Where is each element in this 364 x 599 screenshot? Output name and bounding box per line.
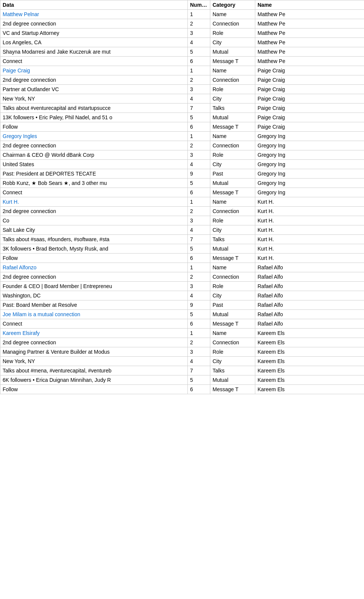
cell-name: Gregory Ing — [255, 150, 364, 160]
cell-number: 3 — [188, 29, 210, 38]
cell-data[interactable]: Kurt H. — [0, 197, 188, 207]
table-row: 3K followers • Brad Bertoch, Mysty Rusk,… — [0, 244, 364, 254]
cell-number: 6 — [188, 188, 210, 197]
cell-name: Matthew Pe — [255, 10, 364, 19]
cell-name: Kareem Els — [255, 366, 364, 375]
cell-data: 2nd degree connection — [0, 75, 188, 85]
cell-number: 3 — [188, 85, 210, 94]
cell-number: 6 — [188, 319, 210, 329]
cell-name: Matthew Pe — [255, 19, 364, 29]
cell-category: Message T — [210, 122, 255, 132]
table-row: 2nd degree connection2ConnectionKurt H. — [0, 207, 364, 216]
cell-category: Connection — [210, 207, 255, 216]
cell-data: Talks about #venturecapital and #startup… — [0, 104, 188, 113]
table-row: Los Angeles, CA4CityMatthew Pe — [0, 38, 364, 47]
cell-name: Paige Craig — [255, 66, 364, 75]
data-link[interactable]: Matthew Pelnar — [3, 11, 39, 17]
cell-data: Past: President at DEPORTES TECATE — [0, 169, 188, 179]
cell-name: Matthew Pe — [255, 57, 364, 66]
cell-number: 6 — [188, 57, 210, 66]
table-row: Co3RoleKurt H. — [0, 216, 364, 225]
table-row: Past: Board Member at Resolve9PastRafael… — [0, 300, 364, 310]
cell-data: 2nd degree connection — [0, 19, 188, 29]
cell-category: Role — [210, 85, 255, 94]
cell-data: Connect — [0, 57, 188, 66]
cell-category: Past — [210, 300, 255, 310]
cell-number: 1 — [188, 10, 210, 19]
cell-data: 2nd degree connection — [0, 338, 188, 347]
table-row: Talks about #mena, #venturecapital, #ven… — [0, 366, 364, 375]
table-row: United States4CityGregory Ing — [0, 160, 364, 169]
cell-data: United States — [0, 160, 188, 169]
cell-name: Kareem Els — [255, 357, 364, 366]
cell-category: Mutual — [210, 244, 255, 254]
cell-name: Rafael Alfo — [255, 272, 364, 282]
cell-data: New York, NY — [0, 94, 188, 104]
table-row: Salt Lake City4CityKurt H. — [0, 225, 364, 235]
table-row: Follow6Message TPaige Craig — [0, 122, 364, 132]
cell-number: 6 — [188, 254, 210, 263]
table-row: Shayna Modarresi and Jake Kuczeruk are m… — [0, 47, 364, 57]
cell-category: Connection — [210, 141, 255, 150]
table-row: Founder & CEO | Board Member | Entrepren… — [0, 282, 364, 291]
cell-name: Gregory Ing — [255, 141, 364, 150]
data-link[interactable]: Gregory Ingles — [3, 133, 37, 139]
cell-data[interactable]: Matthew Pelnar — [0, 10, 188, 19]
cell-category: Role — [210, 347, 255, 357]
cell-number: 3 — [188, 282, 210, 291]
cell-data[interactable]: Gregory Ingles — [0, 132, 188, 141]
cell-data: Follow — [0, 385, 188, 394]
cell-data[interactable]: Rafael Alfonzo — [0, 263, 188, 272]
cell-name: Gregory Ing — [255, 169, 364, 179]
data-link[interactable]: Joe Milam is a mutual connection — [3, 311, 80, 317]
cell-category: Connection — [210, 338, 255, 347]
table-row: New York, NY4CityPaige Craig — [0, 94, 364, 104]
cell-data[interactable]: Joe Milam is a mutual connection — [0, 310, 188, 319]
cell-number: 5 — [188, 113, 210, 122]
cell-category: Mutual — [210, 375, 255, 385]
cell-category: Talks — [210, 235, 255, 244]
cell-number: 4 — [188, 291, 210, 300]
cell-data: New York, NY — [0, 357, 188, 366]
cell-number: 3 — [188, 347, 210, 357]
cell-data: Los Angeles, CA — [0, 38, 188, 47]
data-link[interactable]: Paige Craig — [3, 68, 30, 74]
cell-data: 6K followers • Erica Duignan Minnihan, J… — [0, 375, 188, 385]
data-link[interactable]: Kurt H. — [3, 199, 19, 205]
cell-name: Gregory Ing — [255, 188, 364, 197]
cell-category: Message T — [210, 254, 255, 263]
cell-name: Matthew Pe — [255, 47, 364, 57]
cell-category: Message T — [210, 385, 255, 394]
cell-number: 2 — [188, 75, 210, 85]
data-link[interactable]: Rafael Alfonzo — [3, 264, 36, 270]
cell-data[interactable]: Paige Craig — [0, 66, 188, 75]
cell-category: Name — [210, 132, 255, 141]
cell-data: 13K followers • Eric Paley, Phil Nadel, … — [0, 113, 188, 122]
cell-category: Connection — [210, 75, 255, 85]
cell-name: Paige Craig — [255, 104, 364, 113]
cell-number: 1 — [188, 263, 210, 272]
cell-data: Chairman & CEO @ World dBank Corp — [0, 150, 188, 160]
cell-name: Kurt H. — [255, 207, 364, 216]
cell-name: Gregory Ing — [255, 160, 364, 169]
table-row: 2nd degree connection2ConnectionRafael A… — [0, 272, 364, 282]
table-row: 13K followers • Eric Paley, Phil Nadel, … — [0, 113, 364, 122]
data-link[interactable]: Kareem Elsirafy — [3, 330, 40, 336]
cell-name: Matthew Pe — [255, 38, 364, 47]
cell-name: Gregory Ing — [255, 179, 364, 188]
cell-category: Role — [210, 150, 255, 160]
cell-data: Salt Lake City — [0, 225, 188, 235]
cell-data[interactable]: Kareem Elsirafy — [0, 329, 188, 338]
cell-name: Kareem Els — [255, 329, 364, 338]
cell-name: Matthew Pe — [255, 29, 364, 38]
cell-number: 4 — [188, 357, 210, 366]
cell-data: Talks about #mena, #venturecapital, #ven… — [0, 366, 188, 375]
cell-category: Connection — [210, 19, 255, 29]
cell-category: Role — [210, 282, 255, 291]
header-data: Data — [0, 0, 188, 10]
cell-number: 9 — [188, 300, 210, 310]
cell-number: 1 — [188, 66, 210, 75]
cell-number: 1 — [188, 132, 210, 141]
table-row: Talks about #venturecapital and #startup… — [0, 104, 364, 113]
cell-name: Kareem Els — [255, 375, 364, 385]
